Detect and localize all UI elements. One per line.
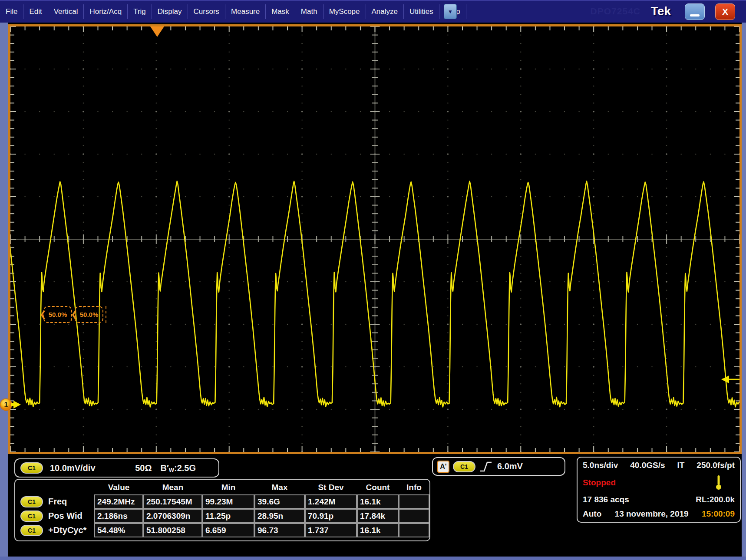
menu-separator [466,4,466,19]
window-border-bottom [0,557,746,560]
measurement-name: +DtyCyc* [48,525,86,535]
acquisition-count: 17 836 acqs [583,495,629,504]
measurement-label-cell: C1Pos Wid [15,509,94,523]
minimize-button[interactable] [685,3,705,20]
trigger-level-arrow[interactable] [721,376,739,383]
tek-logo: Tek [651,0,671,23]
ref-arrow-icon: ❮ [40,309,46,319]
menu-item-analyze[interactable]: Analyze [366,0,403,23]
channel-readout[interactable]: C1 10.0mV/div 50Ω B′W:2.5G [14,458,219,478]
sampling-mode: IT [677,461,684,470]
trigger-position-marker[interactable] [150,26,164,37]
measurement-cell-info [399,509,429,523]
waveform-position-icon [716,475,722,491]
svg-text:1: 1 [4,401,8,409]
measurement-name: Pos Wid [48,511,83,521]
menu-item-file[interactable]: File [0,0,23,23]
trigger-readout[interactable]: A' C1 6.0mV [432,457,565,476]
status-line: Stopped [583,475,735,491]
menu-item-edit[interactable]: Edit [23,0,47,23]
measurement-cell-min: 11.25p [202,509,254,523]
measurement-cell-count: 17.84k [357,509,399,523]
ref-level-label: 50.0% [49,311,67,318]
menu-item-horiz-acq[interactable]: Horiz/Acq [84,0,127,23]
channel-badge: C1 [20,525,43,536]
vertical-scale: 10.0mV/div [50,463,96,473]
bandwidth-value: :2.5G [174,463,196,473]
measurement-row-freq: C1Freq249.2MHz250.17545M99.23M39.6G1.242… [15,494,429,509]
ref-level-annotation[interactable]: ❮ 50.0% [43,306,72,323]
ref-arrow-icon: ❮ [71,309,78,319]
ref-annotation-bracket [106,306,107,323]
measurement-cell-mean: 51.800258 [143,523,202,537]
ref-level-annotation[interactable]: ❮ 50.0% [75,306,103,323]
trigger-mode: Auto [583,509,601,519]
column-header-mean: Mean [143,480,202,494]
measurement-cell-max: 96.73 [254,523,305,537]
measurement-cell-mean: 250.17545M [143,494,202,509]
measurement-label-cell: C1Freq [15,494,94,509]
channel-1-marker[interactable]: 1 [0,396,23,414]
column-header-value: Value [94,480,143,494]
window-border-left [0,23,8,557]
timebase-line: 5.0ns/div 40.0GS/s IT 250.0fs/pt [583,461,735,470]
column-header-count: Count [357,480,399,494]
menu-item-vertical[interactable]: Vertical [48,0,84,23]
channel-1-marker-icon: 1 [0,396,23,414]
measurement-cell-st-dev: 70.91p [305,509,357,523]
measurement-cell-value: 54.48% [94,523,143,537]
menu-item-display[interactable]: Display [152,0,188,23]
measurement-header-row: ValueMeanMinMaxSt DevCountInfo [15,480,429,494]
measurement-cell-info [399,523,429,537]
trigger-level: 6.0mV [497,461,523,471]
record-length: RL:200.0k [696,495,735,504]
measurement-cell-count: 16.1k [357,523,399,537]
minimize-icon [690,14,700,16]
trigger-source-badge: C1 [453,461,475,472]
measurement-cell-st-dev: 1.242M [305,494,357,509]
menu-item-trig[interactable]: Trig [128,0,152,23]
bandwidth-sub: W [169,467,174,473]
timebase: 5.0ns/div [583,461,618,470]
model-watermark: DPO7254C [591,0,640,23]
resolution: 250.0fs/pt [696,461,735,470]
datetime-line: Auto 13 novembre, 2019 15:00:09 [583,509,735,519]
measurement-cell-mean: 2.0706309n [143,509,202,523]
channel-badge: C1 [20,511,43,522]
header-spacer [15,480,94,494]
menu-item-cursors[interactable]: Cursors [188,0,225,23]
graticule-svg [10,26,739,452]
measurement-label-cell: C1+DtyCyc* [15,523,94,537]
menu-item-measure[interactable]: Measure [225,0,265,23]
clock: 15:00:09 [702,509,735,519]
column-header-min: Min [202,480,254,494]
bandwidth-readout: B′W:2.5G [160,463,196,473]
menu-item-utilities[interactable]: Utilities [404,0,439,23]
graticule-frame [8,24,742,454]
input-impedance: 50Ω [135,463,152,473]
measurement-table: ValueMeanMinMaxSt DevCountInfoC1Freq249.… [14,479,430,541]
date: 13 novembre, 2019 [615,509,689,519]
bandwidth-prefix: B′ [160,463,168,473]
menu-item-math[interactable]: Math [295,0,323,23]
column-header-max: Max [254,480,305,494]
acquisition-panel: 5.0ns/div 40.0GS/s IT 250.0fs/pt Stopped… [577,457,741,523]
menu-item-mask[interactable]: Mask [266,0,295,23]
acquisition-status: Stopped [583,478,616,488]
channel-badge: C1 [20,462,43,474]
trigger-a-badge: A' [437,461,449,473]
rising-edge-icon [479,460,493,473]
menu-item-myscope[interactable]: MyScope [323,0,366,23]
close-button[interactable]: X [715,3,735,20]
menu-dropdown-button[interactable]: ▼ [444,4,457,19]
measurement-cell-st-dev: 1.737 [305,523,357,537]
measurement-cell-min: 6.659 [202,523,254,537]
window-border-right [742,23,746,557]
center-axes [10,26,739,452]
column-header-st-dev: St Dev [305,480,357,494]
channel-badge: C1 [20,496,43,507]
measurement-row--dtycyc-: C1+DtyCyc*54.48%51.8002586.65996.731.737… [15,523,429,537]
measurement-row-pos-wid: C1Pos Wid2.186ns2.0706309n11.25p28.95n70… [15,509,429,523]
ref-level-label: 50.0% [80,311,99,318]
acqs-line: 17 836 acqs RL:200.0k [583,495,735,504]
